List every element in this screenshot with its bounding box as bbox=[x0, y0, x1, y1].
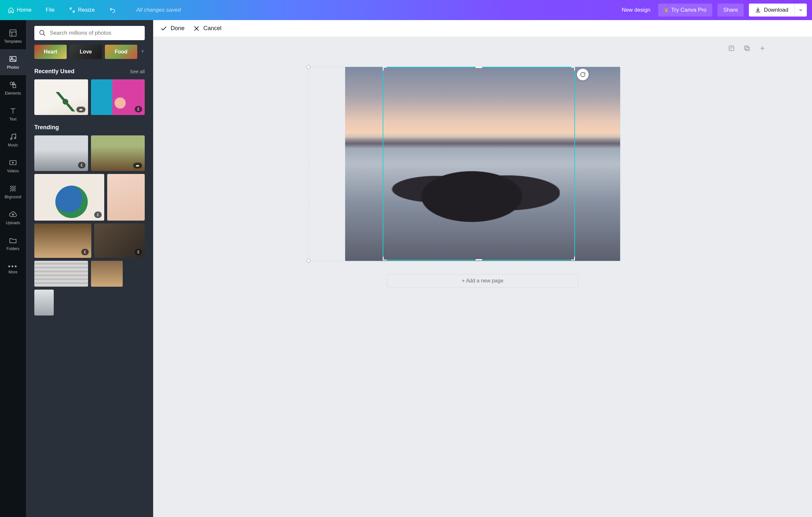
photo-thumb-girl[interactable] bbox=[107, 174, 145, 221]
save-status: All changes saved bbox=[136, 7, 181, 13]
crown-icon bbox=[79, 108, 83, 111]
page-add-button[interactable] bbox=[758, 44, 767, 53]
chip-heart[interactable]: Heart bbox=[34, 45, 67, 59]
chip-food-label: Food bbox=[115, 49, 127, 55]
add-page-label: + Add a new page bbox=[462, 278, 503, 284]
search-icon bbox=[39, 29, 46, 36]
file-menu[interactable]: File bbox=[43, 5, 57, 15]
search-box[interactable] bbox=[34, 26, 145, 40]
photo-thumb-barista[interactable] bbox=[91, 261, 123, 287]
uploads-icon bbox=[9, 210, 17, 219]
crown-icon: ♛ bbox=[664, 7, 669, 13]
download-options-button[interactable] bbox=[794, 4, 807, 17]
crop-edge-bottom[interactable] bbox=[475, 259, 482, 261]
nav-more[interactable]: ••• More bbox=[0, 256, 26, 282]
crop-box[interactable] bbox=[383, 67, 575, 261]
nav-music-label: Music bbox=[8, 143, 18, 147]
handle-top-left[interactable] bbox=[307, 65, 311, 69]
nav-folders-label: Folders bbox=[6, 246, 20, 251]
videos-icon bbox=[9, 158, 17, 167]
nav-background[interactable]: Bkground bbox=[0, 179, 26, 205]
photo-thumb-picnic[interactable] bbox=[91, 135, 145, 171]
photo-thumb-sink[interactable]: £ bbox=[34, 223, 91, 258]
check-icon bbox=[160, 25, 167, 32]
crop-edge-top[interactable] bbox=[475, 67, 482, 68]
home-button[interactable]: Home bbox=[5, 5, 34, 15]
chip-love-label: Love bbox=[80, 49, 92, 55]
resize-icon bbox=[69, 7, 76, 13]
resize-label: Resize bbox=[78, 7, 95, 13]
nav-videos[interactable]: Videos bbox=[0, 153, 26, 179]
undo-button[interactable] bbox=[107, 5, 118, 15]
price-badge: £ bbox=[135, 249, 142, 255]
svg-point-8 bbox=[40, 30, 44, 35]
canvas-page[interactable] bbox=[345, 67, 620, 261]
chip-love[interactable]: Love bbox=[69, 45, 102, 59]
add-page-button[interactable]: + Add a new page bbox=[387, 274, 578, 288]
nav-more-label: More bbox=[8, 270, 17, 274]
rotate-icon bbox=[580, 71, 586, 78]
svg-rect-10 bbox=[745, 46, 748, 50]
crop-done-button[interactable]: Done bbox=[160, 25, 184, 32]
rotate-button[interactable] bbox=[577, 69, 589, 80]
price-badge: £ bbox=[135, 106, 142, 112]
folders-icon bbox=[9, 236, 17, 245]
crop-corner-tl[interactable] bbox=[383, 67, 388, 73]
price-badge: £ bbox=[94, 212, 102, 218]
photo-thumb-leaf[interactable] bbox=[34, 79, 88, 115]
share-button[interactable]: Share bbox=[718, 4, 744, 17]
top-bar: Home File Resize All changes saved New d… bbox=[0, 0, 812, 20]
download-button[interactable]: Download bbox=[749, 4, 794, 17]
close-icon bbox=[193, 25, 200, 32]
pro-badge bbox=[133, 163, 142, 168]
chips-next[interactable] bbox=[140, 48, 145, 56]
duplicate-icon bbox=[743, 45, 751, 52]
svg-rect-9 bbox=[729, 46, 734, 51]
file-label: File bbox=[46, 7, 54, 13]
download-icon bbox=[755, 7, 761, 13]
crop-corner-bl[interactable] bbox=[383, 254, 388, 261]
page-duplicate-button[interactable] bbox=[743, 44, 751, 53]
crown-icon bbox=[136, 164, 140, 167]
nav-folders[interactable]: Folders bbox=[0, 230, 26, 256]
undo-icon bbox=[109, 7, 116, 13]
photo-thumb-flowers[interactable]: £ bbox=[91, 79, 145, 115]
crop-cancel-label: Cancel bbox=[203, 25, 222, 32]
search-input[interactable] bbox=[50, 30, 140, 36]
nav-music[interactable]: Music bbox=[0, 127, 26, 153]
photo-thumb-kid[interactable] bbox=[34, 290, 54, 316]
handle-bottom-left[interactable] bbox=[307, 259, 311, 263]
side-nav: Templates Photos Elements Text Music Vid… bbox=[0, 20, 26, 517]
nav-elements[interactable]: Elements bbox=[0, 75, 26, 101]
crop-corner-tr[interactable] bbox=[569, 67, 575, 73]
crop-cancel-button[interactable]: Cancel bbox=[193, 25, 222, 32]
download-label: Download bbox=[764, 7, 788, 13]
photo-thumb-blinds[interactable] bbox=[34, 261, 88, 287]
photo-thumb-fireplace[interactable]: £ bbox=[94, 223, 145, 258]
page-notes-button[interactable] bbox=[727, 44, 735, 53]
new-design-label: New design bbox=[621, 7, 650, 13]
nav-background-label: Bkground bbox=[4, 195, 21, 199]
nav-text-label: Text bbox=[9, 117, 17, 121]
crop-toolbar: Done Cancel bbox=[153, 20, 812, 37]
crop-done-label: Done bbox=[171, 25, 184, 32]
chip-food[interactable]: Food bbox=[105, 45, 137, 59]
nav-templates[interactable]: Templates bbox=[0, 23, 26, 49]
recently-used-see-all[interactable]: See all bbox=[130, 69, 145, 74]
photo-thumb-earth[interactable]: £ bbox=[34, 174, 104, 221]
recently-used-title: Recently Used bbox=[34, 68, 75, 75]
new-design-button[interactable]: New design bbox=[619, 5, 653, 15]
nav-photos[interactable]: Photos bbox=[0, 49, 26, 75]
trending-title: Trending bbox=[34, 124, 59, 131]
crop-corner-br[interactable] bbox=[569, 254, 575, 261]
resize-button[interactable]: Resize bbox=[66, 5, 97, 15]
try-canva-pro-button[interactable]: ♛ Try Canva Pro bbox=[658, 4, 712, 17]
photo-thumb-cooking[interactable]: £ bbox=[34, 135, 88, 171]
svg-point-6 bbox=[14, 137, 16, 139]
nav-templates-label: Templates bbox=[4, 39, 22, 44]
music-icon bbox=[9, 133, 17, 141]
nav-videos-label: Videos bbox=[7, 169, 19, 173]
nav-uploads[interactable]: Uploads bbox=[0, 205, 26, 230]
svg-rect-0 bbox=[10, 30, 16, 36]
nav-text[interactable]: Text bbox=[0, 101, 26, 127]
